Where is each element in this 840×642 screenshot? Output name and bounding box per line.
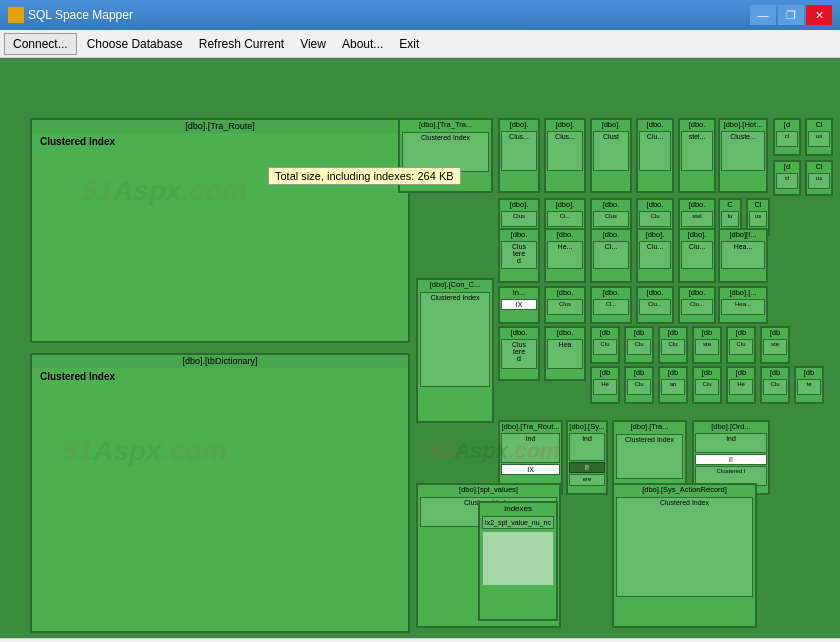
svg-rect-1 (17, 9, 22, 14)
tbdictionary-clustered-label: Clustered Index (40, 371, 115, 382)
table-r4-2[interactable]: [dbo. Clus (544, 286, 586, 324)
table-tra-tra-title: [dbo].[Tra_Tra... (400, 120, 491, 130)
table-r1-extra3[interactable]: [d cl (773, 160, 801, 196)
table-tbdictionary[interactable]: [dbo].[tbDictionary] Clustered Index 51A… (30, 353, 410, 633)
watermark-2: 51Aspx.com (62, 435, 227, 467)
table-sy[interactable]: [dbo].[Sy... Ind I! ere (566, 420, 608, 495)
table-dbo-clu1[interactable]: [dbo. Clu... (636, 118, 674, 193)
table-sys-action-record[interactable]: [dbo].[Sys_ActionRecord] Clustered Index (612, 483, 757, 628)
spt-values-indexes: Indexes ix2_spt_value_nu_nc (478, 501, 558, 621)
table-r3-1[interactable]: [dbo. Clustered (498, 228, 540, 283)
main-content: Total size, including indexes: 264 KB [d… (0, 58, 840, 638)
table-r4-4[interactable]: [dbo. Clu... (636, 286, 674, 324)
table-r6-4[interactable]: [db Clu (692, 366, 722, 404)
svg-rect-3 (17, 16, 22, 21)
table-r1-extra1[interactable]: [d cl (773, 118, 801, 156)
watermark-1: 51Aspx.com (82, 175, 247, 207)
table-r4-6[interactable]: [dbo].[... Hea... (718, 286, 768, 324)
title-bar-left: SQL Space Mapper (8, 7, 133, 23)
tra-route-clustered-label: Clustered Index (40, 136, 115, 147)
menu-view[interactable]: View (292, 34, 334, 54)
table-r5-7[interactable]: [db Clu (726, 326, 756, 364)
menu-bar: Connect... Choose Database Refresh Curre… (0, 30, 840, 58)
table-r6-5[interactable]: [db He (726, 366, 756, 404)
table-r6-2[interactable]: [db Clu (624, 366, 654, 404)
app-icon (8, 7, 24, 23)
table-dbo-clust1[interactable]: [dbo]. Clust (590, 118, 632, 193)
menu-exit[interactable]: Exit (391, 34, 427, 54)
table-r4-3[interactable]: [dbo. Cl... (590, 286, 632, 324)
title-bar: SQL Space Mapper — ❐ ✕ (0, 0, 840, 30)
table-dbo-clus2[interactable]: [dbo]. Clus... (544, 118, 586, 193)
table-r5-3[interactable]: [db Clu (590, 326, 620, 364)
table-r5-8[interactable]: [db ste (760, 326, 790, 364)
table-r6-1[interactable]: [db He (590, 366, 620, 404)
minimize-button[interactable]: — (750, 5, 776, 25)
table-r4-5[interactable]: [dbo. Clu... (678, 286, 716, 324)
menu-refresh-current[interactable]: Refresh Current (191, 34, 292, 54)
table-r5-2[interactable]: [dbo. Hea (544, 326, 586, 381)
svg-rect-2 (10, 16, 15, 21)
table-r3-2[interactable]: [dbo. He... (544, 228, 586, 283)
close-button[interactable]: ✕ (806, 5, 832, 25)
table-r5-5[interactable]: [db Clu (658, 326, 688, 364)
table-tbdictionary-title: [dbo].[tbDictionary] (32, 355, 408, 368)
table-r5-4[interactable]: [db Clu (624, 326, 654, 364)
menu-choose-database[interactable]: Choose Database (79, 34, 191, 54)
table-r1-extra4[interactable]: Cl us (805, 160, 833, 196)
table-ix-1[interactable]: In... IX (498, 286, 540, 324)
table-spt-values[interactable]: [dbo].[spt_values] Clustered Index Index… (416, 483, 561, 628)
table-r3-4[interactable]: [dbo]. Clu... (636, 228, 674, 283)
table-dbo-clus1[interactable]: [dbo]. Clus... (498, 118, 540, 193)
table-dbo-hot[interactable]: [dbo].[Hot... Cluste... (718, 118, 768, 193)
table-r5-1[interactable]: [dbo. Clustered (498, 326, 540, 381)
table-r6-7[interactable]: [db te (794, 366, 824, 404)
table-r3-5[interactable]: [dbo]. Clu... (678, 228, 716, 283)
table-r6-6[interactable]: [db Clu (760, 366, 790, 404)
table-r1-extra2[interactable]: Cl us (805, 118, 833, 156)
svg-rect-0 (10, 9, 15, 14)
window-controls: — ❐ ✕ (750, 5, 832, 25)
table-r5-6[interactable]: [db ste (692, 326, 722, 364)
menu-about[interactable]: About... (334, 34, 391, 54)
menu-connect[interactable]: Connect... (4, 33, 77, 55)
table-tra-route[interactable]: [dbo].[Tra_Route] Clustered Index 51Aspx… (30, 118, 410, 343)
table-r3-3[interactable]: [dbo. Cl... (590, 228, 632, 283)
table-dbo-stel[interactable]: [dbo. stel... (678, 118, 716, 193)
tooltip: Total size, including indexes: 264 KB (268, 167, 461, 185)
table-r6-3[interactable]: [db an (658, 366, 688, 404)
table-r3-6[interactable]: [dbo][t... Hea... (718, 228, 768, 283)
table-con-c[interactable]: [dbo].[Con_C... Clustered Index (416, 278, 494, 423)
maximize-button[interactable]: ❐ (778, 5, 804, 25)
status-bar: on .\sql2008 as sa (0, 638, 840, 642)
table-tra-route-title: [dbo].[Tra_Route] (32, 120, 408, 133)
window-title: SQL Space Mapper (28, 8, 133, 22)
